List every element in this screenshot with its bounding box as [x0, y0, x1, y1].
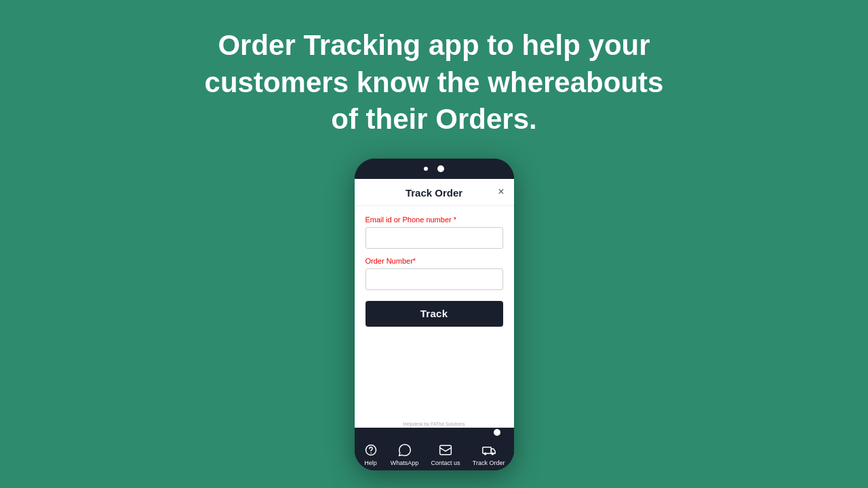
modal-body: Email id or Phone number * Order Number*… [355, 206, 514, 338]
powered-by-text: Helpdesk by FATbit Solutions [355, 420, 514, 428]
order-number-group: Order Number* [366, 257, 503, 290]
camera-dot [424, 167, 428, 171]
hero-text: Order Tracking app to help your customer… [197, 27, 671, 138]
home-indicator-bar [355, 428, 514, 437]
whatsapp-icon [397, 443, 412, 458]
close-button[interactable]: × [498, 186, 504, 197]
bottom-navigation: Help WhatsApp [355, 437, 514, 470]
order-number-label: Order Number* [366, 257, 503, 265]
email-phone-label: Email id or Phone number * [366, 216, 503, 224]
track-order-modal: Track Order × Email id or Phone number * [355, 179, 514, 338]
nav-label-help: Help [364, 460, 377, 466]
bottom-nav-wrapper: Help WhatsApp [355, 428, 514, 470]
track-button[interactable]: Track [366, 301, 503, 327]
email-phone-group: Email id or Phone number * [366, 216, 503, 249]
phone-top-bar [355, 159, 514, 179]
nav-item-help[interactable]: Help [363, 443, 378, 466]
phone-mockup: Track Order × Email id or Phone number * [355, 159, 514, 470]
nav-label-contact: Contact us [431, 460, 460, 466]
svg-rect-2 [482, 447, 491, 453]
speaker-dot [437, 165, 444, 172]
order-number-input[interactable] [366, 268, 503, 290]
home-indicator-dot [494, 429, 500, 436]
email-icon [438, 443, 453, 458]
email-phone-input[interactable] [366, 227, 503, 249]
nav-item-track-order[interactable]: Track Order [473, 443, 505, 466]
help-icon [363, 443, 378, 458]
nav-label-track-order: Track Order [473, 460, 505, 466]
screen-content [355, 338, 514, 420]
modal-header: Track Order × [355, 179, 514, 206]
modal-title: Track Order [406, 187, 462, 199]
nav-label-whatsapp: WhatsApp [391, 460, 419, 466]
truck-icon [481, 443, 496, 458]
nav-item-contact[interactable]: Contact us [431, 443, 460, 466]
svg-rect-1 [440, 445, 452, 454]
phone-frame: Track Order × Email id or Phone number * [355, 159, 514, 470]
phone-screen: Track Order × Email id or Phone number * [355, 179, 514, 428]
nav-item-whatsapp[interactable]: WhatsApp [391, 443, 419, 466]
modal-overlay: Track Order × Email id or Phone number * [355, 179, 514, 338]
